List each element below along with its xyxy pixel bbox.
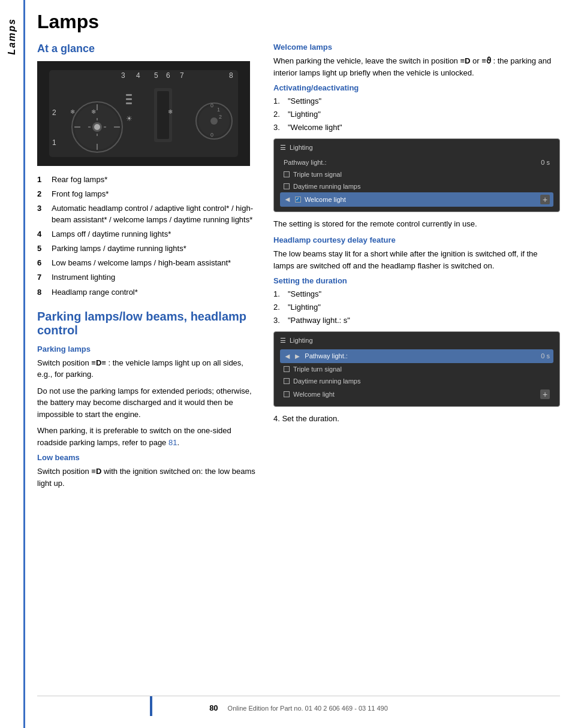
svg-text:4: 4 — [136, 71, 140, 80]
pathway-label-2: Pathway light.: — [305, 352, 348, 360]
daytime-checkbox-2[interactable] — [284, 378, 290, 384]
setting-duration-heading: Setting the duration — [273, 276, 560, 285]
welcome-lamps-p1: When parking the vehicle, leave the swit… — [273, 55, 560, 78]
welcome-lamps-heading: Welcome lamps — [273, 43, 560, 52]
step-item: 2."Lighting" — [273, 109, 560, 120]
nav-arrows-2[interactable]: ◄ ► — [284, 352, 301, 361]
pathway-value: 0 s — [541, 159, 550, 166]
daytime-label: Daytime running lamps — [293, 183, 361, 190]
list-item: 1Rear fog lamps* — [37, 174, 259, 185]
setting-stored-text: The setting is stored for the remote con… — [273, 218, 560, 230]
daytime-checkbox[interactable] — [284, 183, 290, 189]
pathway-row: Pathway light.: 0 s — [280, 156, 553, 168]
welcome-checkbox-2[interactable] — [284, 391, 290, 397]
svg-rect-26 — [157, 91, 169, 139]
plus-button-2[interactable]: + — [540, 389, 550, 399]
list-item: 6Low beams / welcome lamps / high-beam a… — [37, 258, 259, 268]
svg-point-29 — [210, 117, 218, 125]
left-column: At a glance 3 4 5 6 7 8 — [37, 43, 259, 686]
svg-rect-24 — [126, 102, 132, 104]
pathway-row-2: ◄ ► Pathway light.: 0 s — [280, 349, 553, 363]
svg-text:1: 1 — [52, 138, 56, 147]
page-footer: 80 Online Edition for Part no. 01 40 2 6… — [37, 696, 560, 716]
list-item: 8Headlamp range control* — [37, 287, 259, 298]
svg-text:6: 6 — [166, 71, 170, 80]
welcome-light-row-2: Welcome light + — [280, 387, 553, 401]
footer-text: Online Edition for Part no. 01 40 2 606 … — [228, 705, 388, 712]
activating-heading: Activating/deactivating — [273, 83, 560, 92]
blue-bar — [150, 696, 152, 716]
list-item: 3Automatic headlamp control / adaptive l… — [37, 203, 259, 225]
component-list: 1Rear fog lamps* 2Front fog lamps* 3Auto… — [37, 174, 259, 298]
parking-lamps-p3: When parking, it is preferable to switch… — [37, 425, 259, 448]
list-item: 5Parking lamps / daytime running lights* — [37, 243, 259, 254]
plus-button[interactable]: + — [540, 195, 550, 204]
parking-lamps-p1: Switch position ≡D≡ : the vehicle lamps … — [37, 357, 259, 380]
right-column: Welcome lamps When parking the vehicle, … — [273, 43, 560, 686]
svg-text:☀: ☀ — [126, 114, 133, 123]
lighting-icon: ☰ — [280, 144, 286, 152]
svg-text:1: 1 — [217, 107, 220, 113]
daytime-running-row-2: Daytime running lamps — [280, 375, 553, 387]
triple-turn-row-2: Triple turn signal — [280, 363, 553, 375]
section1-heading: At a glance — [37, 43, 259, 55]
sidebar-label: Lamps — [7, 18, 17, 55]
svg-text:0: 0 — [210, 102, 213, 108]
svg-text:8: 8 — [229, 71, 233, 80]
lighting-ui-1: ☰ Lighting Pathway light.: 0 s Triple tu… — [273, 138, 560, 212]
triple-turn-label: Triple turn signal — [293, 171, 342, 178]
svg-text:❄: ❄ — [91, 108, 96, 115]
low-beams-heading: Low beams — [37, 453, 259, 462]
svg-text:5: 5 — [154, 71, 158, 80]
duration-step-item: 2."Lighting" — [273, 302, 560, 313]
lighting-ui-2: ☰ Lighting ◄ ► Pathway light.: 0 s T — [273, 331, 560, 407]
svg-point-17 — [94, 124, 100, 130]
welcome-light-row: ◄ Welcome light + — [280, 192, 553, 207]
two-col-layout: At a glance 3 4 5 6 7 8 — [37, 43, 560, 686]
welcome-label: Welcome light — [305, 196, 346, 203]
svg-text:2: 2 — [219, 114, 222, 120]
pathway-value-2: 0 s — [541, 352, 550, 360]
page-number: 80 — [209, 703, 218, 712]
headlamp-delay-heading: Headlamp courtesy delay feature — [273, 235, 560, 244]
daytime-label-2: Daytime running lamps — [293, 377, 361, 385]
parking-lamps-p2: Do not use the parking lamps for extende… — [37, 385, 259, 421]
welcome-label-2: Welcome light — [293, 391, 335, 398]
svg-text:3: 3 — [121, 71, 125, 80]
triple-turn-checkbox[interactable] — [284, 171, 290, 177]
pathway-label: Pathway light.: — [284, 159, 327, 166]
svg-text:0: 0 — [210, 132, 213, 138]
svg-rect-22 — [126, 94, 132, 96]
lighting-ui-title: ☰ Lighting — [280, 144, 553, 152]
list-item: 2Front fog lamps* — [37, 189, 259, 200]
section2-heading: Parking lamps/low beams, headlamp contro… — [37, 310, 259, 337]
step-item: 3."Welcome light" — [273, 122, 560, 133]
duration-step-item: 3."Pathway light.: s" — [273, 315, 560, 326]
sidebar: Lamps — [0, 0, 25, 728]
page-title: Lamps — [37, 11, 560, 33]
svg-rect-23 — [126, 98, 132, 100]
list-item: 4Lamps off / daytime running lights* — [37, 229, 259, 240]
activating-steps: 1."Settings" 2."Lighting" 3."Welcome lig… — [273, 96, 560, 134]
lamp-diagram: 3 4 5 6 7 8 2 1 — [37, 61, 250, 166]
triple-turn-checkbox-2[interactable] — [284, 366, 290, 372]
parking-lamps-heading: Parking lamps — [37, 345, 259, 354]
low-beams-p1: Switch position ≡D with the ignition swi… — [37, 466, 259, 489]
duration-steps: 1."Settings" 2."Lighting" 3."Pathway lig… — [273, 289, 560, 327]
lighting-2-icon: ☰ — [280, 337, 286, 345]
svg-text:❄: ❄ — [70, 108, 75, 115]
step-item: 1."Settings" — [273, 96, 560, 107]
triple-turn-row: Triple turn signal — [280, 168, 553, 180]
nav-left-icon[interactable]: ◄ — [284, 195, 291, 204]
daytime-running-row: Daytime running lamps — [280, 180, 553, 192]
lighting-ui-2-title: ☰ Lighting — [280, 337, 553, 345]
welcome-checkbox[interactable] — [295, 197, 301, 203]
main-content: Lamps At a glance 3 4 5 6 — [25, 0, 572, 728]
duration-step-item: 1."Settings" — [273, 289, 560, 300]
step4-text: 4. Set the duration. — [273, 413, 560, 425]
svg-text:❄: ❄ — [168, 108, 173, 115]
svg-text:2: 2 — [52, 108, 56, 117]
svg-text:7: 7 — [180, 71, 184, 80]
list-item: 7Instrument lighting — [37, 272, 259, 283]
triple-turn-label-2: Triple turn signal — [293, 365, 342, 373]
